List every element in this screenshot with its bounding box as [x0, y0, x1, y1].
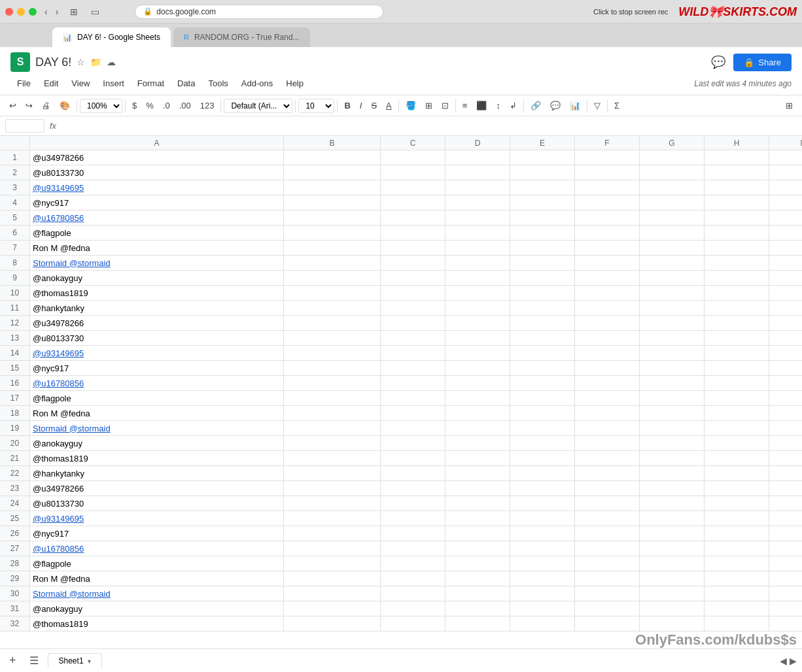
cell-B-21[interactable] — [284, 451, 381, 466]
cell-a-30[interactable]: Stormaid @stormaid — [30, 586, 284, 601]
cell-B-4[interactable] — [284, 195, 381, 210]
cell-I-8[interactable] — [769, 256, 802, 271]
forward-btn[interactable]: › — [53, 5, 61, 18]
cell-B-3[interactable] — [284, 180, 381, 195]
cell-D-22[interactable] — [445, 466, 510, 481]
star-icon[interactable]: ☆ — [77, 57, 85, 67]
cell-F-31[interactable] — [575, 601, 640, 616]
cell-G-2[interactable] — [640, 165, 705, 180]
cell-G-9[interactable] — [640, 271, 705, 286]
cell-I-5[interactable] — [769, 210, 802, 226]
cell-I-29[interactable] — [769, 571, 802, 586]
folder-icon[interactable]: 📁 — [90, 57, 101, 67]
cell-I-27[interactable] — [769, 541, 802, 556]
cell-F-22[interactable] — [575, 466, 640, 481]
cell-a-7[interactable]: Ron M @fedna — [30, 241, 284, 256]
close-light[interactable] — [5, 8, 13, 16]
cell-H-22[interactable] — [705, 466, 769, 481]
cell-a-24[interactable]: @u80133730 — [30, 496, 284, 511]
cell-D-27[interactable] — [445, 541, 510, 556]
zoom-select[interactable]: 100% — [80, 99, 122, 113]
cell-I-23[interactable] — [769, 481, 802, 496]
window-btn[interactable]: ⊞ — [66, 5, 82, 18]
cell-H-12[interactable] — [705, 316, 769, 331]
cell-F-27[interactable] — [575, 541, 640, 556]
cell-I-19[interactable] — [769, 421, 802, 436]
cell-C-10[interactable] — [381, 286, 445, 301]
cell-H-23[interactable] — [705, 481, 769, 496]
cell-D-29[interactable] — [445, 571, 510, 586]
cell-G-10[interactable] — [640, 286, 705, 301]
cell-H-14[interactable] — [705, 346, 769, 361]
cell-B-5[interactable] — [284, 210, 381, 226]
cell-F-29[interactable] — [575, 571, 640, 586]
cell-C-4[interactable] — [381, 195, 445, 210]
cell-D-19[interactable] — [445, 421, 510, 436]
col-header-g[interactable]: G — [640, 136, 705, 150]
cell-H-1[interactable] — [705, 150, 769, 165]
cell-I-18[interactable] — [769, 406, 802, 421]
cell-C-25[interactable] — [381, 511, 445, 526]
cell-F-9[interactable] — [575, 271, 640, 286]
cell-C-14[interactable] — [381, 346, 445, 361]
cell-D-16[interactable] — [445, 376, 510, 391]
redo-btn[interactable]: ↪ — [22, 98, 37, 113]
cell-I-26[interactable] — [769, 526, 802, 541]
col-header-a[interactable]: A — [30, 136, 284, 150]
back-btn[interactable]: ‹ — [42, 5, 50, 18]
cell-B-22[interactable] — [284, 466, 381, 481]
cell-I-7[interactable] — [769, 241, 802, 256]
cell-I-12[interactable] — [769, 316, 802, 331]
cell-E-18[interactable] — [510, 406, 575, 421]
cell-B-16[interactable] — [284, 376, 381, 391]
cell-G-18[interactable] — [640, 406, 705, 421]
menu-item-format[interactable]: Format — [131, 76, 171, 91]
cell-H-25[interactable] — [705, 511, 769, 526]
cell-H-32[interactable] — [705, 616, 769, 631]
cell-H-26[interactable] — [705, 526, 769, 541]
cell-B-30[interactable] — [284, 586, 381, 601]
cell-D-5[interactable] — [445, 210, 510, 226]
cell-F-1[interactable] — [575, 150, 640, 165]
cell-C-5[interactable] — [381, 210, 445, 226]
cell-a-22[interactable]: @hankytanky — [30, 466, 284, 481]
cell-G-28[interactable] — [640, 556, 705, 571]
format-123-btn[interactable]: 123 — [196, 98, 218, 113]
cell-I-2[interactable] — [769, 165, 802, 180]
cell-D-15[interactable] — [445, 361, 510, 376]
cell-G-32[interactable] — [640, 616, 705, 631]
cell-G-7[interactable] — [640, 241, 705, 256]
cell-a-26[interactable]: @nyc917 — [30, 526, 284, 541]
cell-G-21[interactable] — [640, 451, 705, 466]
cell-D-20[interactable] — [445, 436, 510, 451]
undo-btn[interactable]: ↩ — [5, 98, 20, 113]
cell-I-6[interactable] — [769, 226, 802, 241]
cell-F-18[interactable] — [575, 406, 640, 421]
cell-B-15[interactable] — [284, 361, 381, 376]
cell-H-18[interactable] — [705, 406, 769, 421]
cell-I-4[interactable] — [769, 195, 802, 210]
cell-H-11[interactable] — [705, 301, 769, 316]
percent-btn[interactable]: % — [142, 98, 158, 113]
cell-E-20[interactable] — [510, 436, 575, 451]
function-btn[interactable]: Σ — [610, 98, 623, 113]
cell-E-28[interactable] — [510, 556, 575, 571]
bold-btn[interactable]: B — [340, 98, 354, 113]
cell-E-27[interactable] — [510, 541, 575, 556]
minimize-light[interactable] — [17, 8, 25, 16]
cell-H-16[interactable] — [705, 376, 769, 391]
menu-item-file[interactable]: File — [10, 76, 37, 91]
cell-I-14[interactable] — [769, 346, 802, 361]
font-size-select[interactable]: 10 — [298, 99, 334, 113]
cell-G-19[interactable] — [640, 421, 705, 436]
cell-G-24[interactable] — [640, 496, 705, 511]
cell-E-16[interactable] — [510, 376, 575, 391]
cell-E-31[interactable] — [510, 601, 575, 616]
cell-a-3[interactable]: @u93149695 — [30, 180, 284, 195]
cell-a-18[interactable]: Ron M @fedna — [30, 406, 284, 421]
cell-H-10[interactable] — [705, 286, 769, 301]
address-bar[interactable]: 🔒 docs.google.com — [135, 5, 383, 19]
cell-H-15[interactable] — [705, 361, 769, 376]
cell-B-27[interactable] — [284, 541, 381, 556]
tab-random[interactable]: R RANDOM.ORG - True Rand... — [173, 27, 310, 47]
